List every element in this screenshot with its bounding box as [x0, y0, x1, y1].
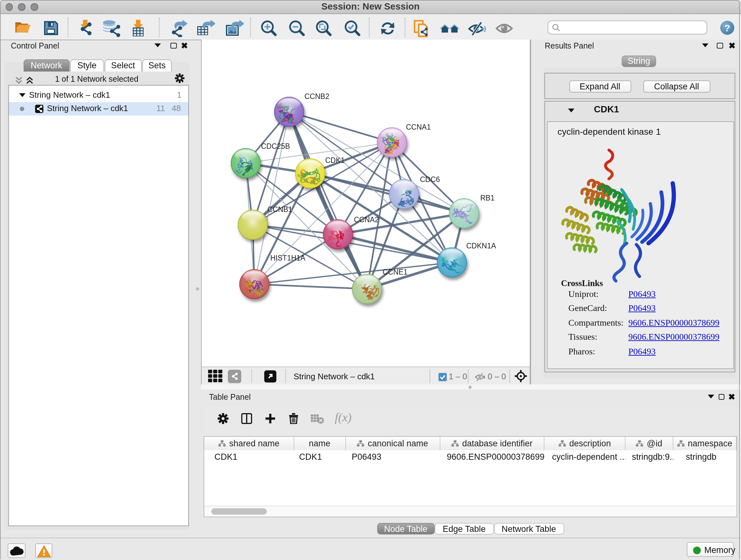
svg-text:CDC6: CDC6 [420, 175, 440, 184]
svg-text:CDK1: CDK1 [325, 156, 345, 165]
svg-text:RB1: RB1 [480, 194, 495, 202]
svg-text:CCNA1: CCNA1 [406, 123, 431, 131]
svg-text:CDKN1A: CDKN1A [466, 242, 496, 250]
svg-text:CCNA2: CCNA2 [354, 215, 379, 224]
svg-text:CCNB1: CCNB1 [267, 205, 292, 213]
svg-text:CCNE1: CCNE1 [383, 268, 408, 276]
svg-text:HIST1H1A: HIST1H1A [270, 254, 306, 262]
svg-text:?: ? [724, 22, 730, 33]
svg-text:CDC25B: CDC25B [261, 142, 290, 150]
svg-text:CCNB2: CCNB2 [305, 92, 329, 101]
